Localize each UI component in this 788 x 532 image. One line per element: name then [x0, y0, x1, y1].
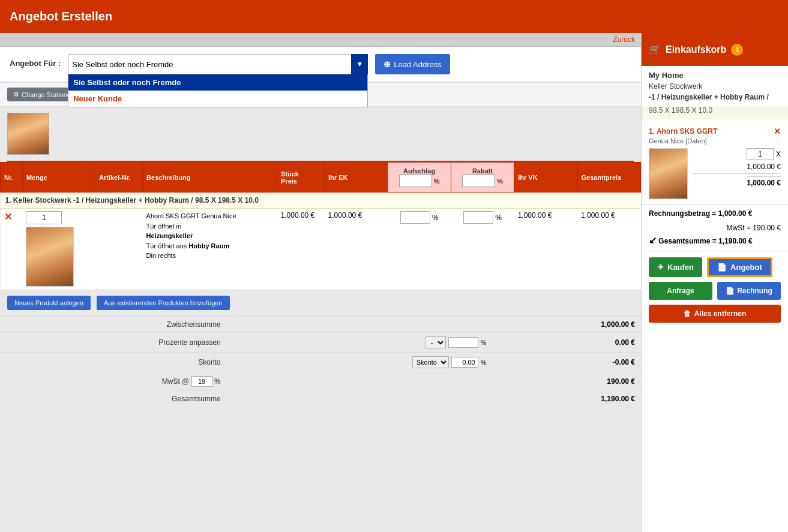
skonto-value: -0.00 €	[492, 353, 641, 372]
product-heizungskeller: Heizungskeller	[146, 231, 274, 241]
trash-icon: 🗑	[684, 309, 691, 318]
sidebar-gesamtsumme: ↙ Gesamtsumme = 1,190.00 €	[642, 233, 788, 251]
sidebar-qty-input[interactable]	[747, 148, 774, 160]
preview-image	[7, 113, 49, 155]
aufschlag-row-input[interactable]	[400, 211, 430, 224]
gesamtsumme-label: Gesamtsumme	[0, 391, 226, 407]
doc-icon: 📄	[717, 263, 727, 272]
cell-rabatt: %	[451, 209, 514, 290]
th-ek: Ihr EK	[325, 163, 388, 193]
sidebar-keller: Keller Stockwerk	[642, 81, 788, 92]
prozente-input[interactable]	[448, 337, 478, 348]
gesamtsumme-value: 1,190.00 €	[492, 391, 641, 407]
quantity-input[interactable]	[26, 211, 62, 224]
cell-artikel	[95, 209, 143, 290]
rabatt-row-input[interactable]	[463, 211, 493, 224]
group-number: 1.	[5, 196, 11, 205]
mwst-value: 190.00 €	[492, 372, 641, 391]
prozente-select[interactable]: -	[426, 336, 446, 348]
product-name-line: Ahorn SKS GGRT Genua Nice	[146, 211, 274, 221]
th-vk: Ihr VK	[514, 163, 577, 193]
product-image-inner	[26, 227, 73, 286]
load-address-label: Load Address	[394, 60, 442, 69]
sidebar-product: 1. Ahorn SKS GGRT ✕ Genua Nice [Daten] X…	[642, 122, 788, 204]
group-row: 1. Keller Stockwerk -1 / Heizungskeller …	[1, 193, 641, 209]
cell-aufschlag: %	[388, 209, 451, 290]
zwischensumme-label: Zwischensumme	[0, 317, 226, 333]
sidebar-remove-icon[interactable]: ✕	[774, 127, 781, 136]
product-description: Ahorn SKS GGRT Genua Nice Tür öffnet in …	[146, 211, 274, 261]
order-table: Nr. Menge Artikel-Nr. Beschreibung Stück…	[0, 162, 641, 290]
skonto-input[interactable]	[451, 357, 478, 368]
dropdown-menu: Sie Selbst oder noch Fremde Neuer Kunde	[68, 74, 368, 107]
image-preview-section	[0, 107, 641, 161]
anfrage-rechnung-row: Anfrage 📄 Rechnung	[649, 282, 781, 300]
anfrage-button[interactable]: Anfrage	[649, 282, 712, 300]
kaufen-angebot-row: ✈ Kaufen 📄 Angebot	[649, 257, 781, 277]
mwst-rate-input[interactable]	[191, 376, 212, 387]
angebot-label: Angebot Für :	[10, 54, 61, 68]
aufschlag-row-percent: %	[432, 214, 439, 222]
cart-icon: 🛒	[649, 44, 661, 55]
dropdown-item-neuer[interactable]: Neuer Kunde	[68, 91, 367, 107]
skonto-select[interactable]: Skonto	[412, 356, 449, 368]
gesamtpreis-value: 1,000.00 €	[581, 211, 615, 220]
summary-table: Zwischensumme 1,000.00 € Prozente anpass…	[0, 316, 641, 407]
sidebar-qty-row: X	[747, 148, 781, 160]
prozente-value: 0.00 €	[492, 333, 641, 353]
aus-existierenden-button[interactable]: Aus existierenden Produkten hinzufügen	[97, 296, 230, 310]
gear-icon: ⚙	[13, 91, 19, 98]
cell-gesamtpreis: 1,000.00 €	[577, 209, 640, 290]
aufschlag-global-input[interactable]	[399, 175, 432, 187]
th-stuckpreis: StückPreis	[277, 163, 325, 193]
ek-value: 1,000.00 €	[328, 211, 362, 220]
sidebar-product-img-row: X 1,000.00 € 1,000.00 €	[649, 148, 781, 199]
select-wrapper: Sie Selbst oder noch Fremde Neuer Kunde …	[68, 54, 368, 74]
cell-vk: 1,000.00 €	[514, 209, 577, 290]
sidebar-product-controls: X 1,000.00 € 1,000.00 €	[693, 148, 781, 187]
product-opens-from-label: Tür öffnet aus Hobby Raum	[146, 241, 274, 251]
group-row-text: Keller Stockwerk -1 / Heizungskeller + H…	[13, 196, 259, 205]
summary-gesamtsumme-row: Gesamtsumme 1,190.00 €	[0, 391, 641, 407]
rabatt-global-input[interactable]	[462, 175, 495, 187]
dropdown-item-selbst[interactable]: Sie Selbst oder noch Fremde	[68, 74, 367, 91]
sidebar-header: 🛒 Einkaufskorb 1	[642, 33, 788, 66]
kaufen-button[interactable]: ✈ Kaufen	[649, 257, 702, 277]
product-hobby: Hobby Raum	[188, 242, 229, 250]
zwischensumme-value: 1,000.00 €	[492, 317, 641, 333]
bottom-buttons: Neues Produkt anlegen Aus existierenden …	[0, 290, 641, 316]
load-address-button[interactable]: ⊕ Load Address	[375, 54, 450, 74]
neues-produkt-button[interactable]: Neues Produkt anlegen	[7, 296, 91, 310]
sidebar-x-label: X	[776, 150, 781, 158]
prozente-controls: - %	[232, 336, 487, 348]
th-beschreibung: Beschreibung	[143, 163, 277, 193]
back-bar: Zurück	[0, 33, 641, 47]
angebot-section: Angebot Für : Sie Selbst oder noch Fremd…	[0, 47, 641, 83]
rechnung-button[interactable]: 📄 Rechnung	[717, 282, 781, 300]
back-link[interactable]: Zurück	[613, 35, 635, 44]
product-opens-in-label: Tür öffnet in	[146, 221, 274, 232]
rabatt-row-percent: %	[495, 214, 502, 222]
th-rabatt: Rabatt %	[451, 163, 514, 193]
sidebar-title: Einkaufskorb	[666, 44, 726, 55]
cell-remove: ✕	[1, 209, 23, 290]
cell-qty	[22, 209, 95, 290]
angebot-select[interactable]: Sie Selbst oder noch Fremde Neuer Kunde	[68, 54, 368, 74]
sidebar-my-home: My Home	[642, 66, 788, 81]
mwst-percent-sign: %	[214, 377, 221, 386]
remove-icon[interactable]: ✕	[4, 212, 12, 222]
summary-mwst-row: MwSt @ % 190.00 €	[0, 372, 641, 391]
alles-entfernen-button[interactable]: 🗑 Alles entfernen	[649, 305, 781, 323]
stuck-price-value: 1,000.00 €	[281, 211, 315, 220]
plus-icon: ⊕	[383, 59, 391, 69]
sidebar-product-number: 1. Ahorn SKS GGRT	[649, 127, 717, 136]
plane-icon: ✈	[657, 263, 664, 272]
summary-skonto-row: Skonto Skonto % -0.00 €	[0, 353, 641, 372]
cell-beschreibung: Ahorn SKS GGRT Genua Nice Tür öffnet in …	[143, 209, 277, 290]
product-image	[26, 227, 74, 287]
cell-stuckpreis: 1,000.00 €	[277, 209, 325, 290]
angebot-button[interactable]: 📄 Angebot	[707, 257, 772, 277]
arrow-icon: ↙	[649, 235, 657, 245]
right-sidebar: 🛒 Einkaufskorb 1 My Home Keller Stockwer…	[641, 33, 788, 532]
rabatt-percent: %	[497, 178, 503, 185]
